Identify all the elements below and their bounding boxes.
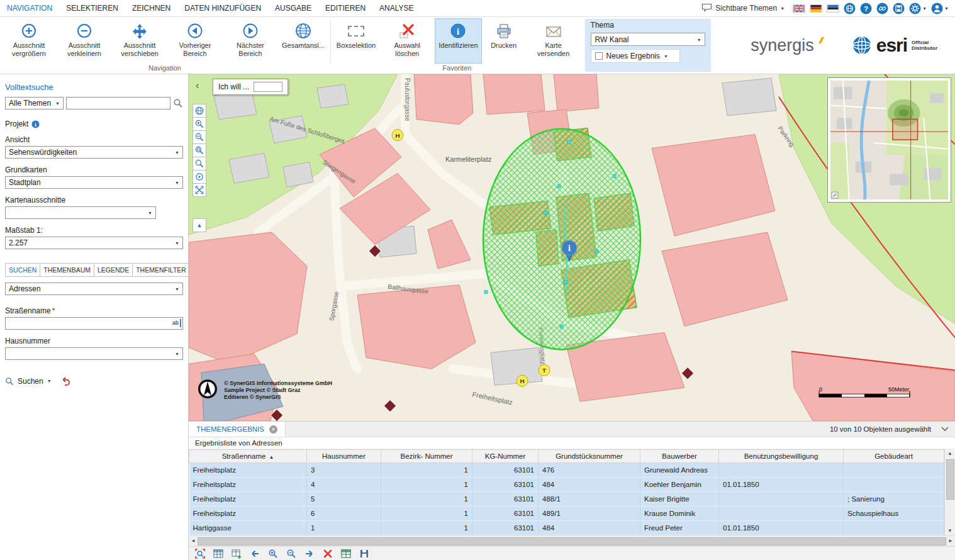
map-container[interactable]: Karmeliterplatz Paulustorgasse Am Fuße d… (189, 74, 955, 421)
info-icon[interactable]: i (31, 120, 40, 128)
table-cell[interactable]: 6 (307, 507, 381, 521)
search-layer-select[interactable]: Adressen ▼ (5, 283, 183, 295)
table-cell[interactable]: 63101 (472, 463, 539, 478)
table-cell[interactable]: 1 (381, 463, 472, 478)
ansicht-select[interactable]: Sehenswürdigkeiten ▼ (5, 146, 183, 159)
table-row[interactable]: Freiheitsplatz4163101484Koehler Benjamin… (189, 478, 944, 492)
tab-ausgabe[interactable]: AUSGABE (268, 0, 318, 16)
table-cell[interactable]: 63101 (472, 478, 539, 492)
zoom-out-small-icon[interactable] (286, 548, 297, 559)
strassenname-input[interactable] (5, 317, 183, 330)
zoom-out-button[interactable] (193, 130, 206, 144)
table-cell[interactable]: 5 (307, 492, 381, 507)
tab-editieren[interactable]: EDITIEREN (318, 0, 372, 16)
zoom-to-selection-icon[interactable] (194, 548, 206, 559)
tab-suchen[interactable]: SUCHEN (5, 263, 40, 277)
clear-selection-button[interactable]: Auswahl löschen (379, 18, 435, 64)
next-result-icon[interactable] (304, 548, 315, 559)
table-cell[interactable]: 01.01.1850 (719, 521, 844, 535)
chevron-down-icon[interactable] (941, 427, 949, 432)
zoom-in-button[interactable] (193, 117, 206, 131)
column-header[interactable]: Straßenname▲ (189, 450, 307, 463)
save-icon[interactable] (893, 3, 905, 14)
table-row[interactable]: Hartiggasse1163101484Freud Peter01.01.18… (189, 521, 944, 535)
tab-themenfilter[interactable]: THEMENFILTER (132, 263, 189, 277)
print-button[interactable]: Drucken (482, 18, 526, 64)
table-cell[interactable]: Hartiggasse (189, 521, 307, 535)
table-cell[interactable]: Freiheitsplatz (189, 492, 307, 507)
table-cell[interactable]: Schauspielhaus (844, 507, 944, 521)
previous-result-icon[interactable] (249, 548, 260, 559)
table-cell[interactable] (844, 463, 944, 478)
kartenausschnitte-select[interactable]: ▼ (5, 206, 156, 219)
table-cell[interactable]: ; Sanierung (844, 492, 944, 507)
table-cell[interactable] (719, 463, 844, 478)
tab-legende[interactable]: LEGENDE (94, 263, 133, 277)
send-map-button[interactable]: Karte versenden (526, 18, 581, 64)
table-cell[interactable]: 1 (381, 507, 472, 521)
identify-button[interactable]: i Identifizieren (435, 18, 481, 64)
previous-extent-button[interactable]: Vorheriger Bereich (167, 18, 223, 64)
zoom-out-button[interactable]: Ausschnitt verkleinern (57, 18, 112, 64)
table-cell[interactable]: 488/1 (539, 492, 640, 507)
scrollbar-thumb[interactable] (198, 537, 946, 546)
scrollbar-thumb[interactable] (946, 459, 954, 500)
table-cell[interactable]: Krause Dominik (640, 507, 719, 521)
flag-uk-icon[interactable] (793, 4, 805, 13)
thema-select[interactable]: RW Kanal ▼ (591, 33, 705, 46)
settings-dropdown[interactable]: ▼ (909, 3, 927, 14)
scroll-left-icon[interactable]: ◄ (191, 537, 196, 546)
tab-themenbaum[interactable]: THEMENBAUM (40, 263, 94, 277)
fulltext-search-input[interactable] (66, 97, 170, 109)
table-cell[interactable] (844, 478, 944, 492)
table-cell[interactable]: 01.01.1850 (719, 478, 844, 492)
flag-estonia-icon[interactable] (827, 4, 839, 13)
search-icon[interactable] (173, 98, 183, 108)
zoom-in-button[interactable]: Ausschnitt vergrößern (1, 18, 57, 64)
ich-will-box[interactable]: Ich will ... (213, 79, 288, 95)
table-add-icon[interactable] (231, 548, 242, 559)
suchen-button[interactable]: Suchen (18, 377, 43, 386)
overview-globe-button[interactable] (193, 104, 206, 118)
column-header[interactable]: KG-Nummer (472, 450, 539, 463)
table-cell[interactable]: 484 (539, 521, 640, 535)
scroll-right-icon[interactable]: ► (948, 537, 953, 546)
table-cell[interactable]: 1 (381, 478, 472, 492)
tab-selektieren[interactable]: SELEKTIEREN (59, 0, 125, 16)
table-cell[interactable]: 3 (307, 463, 381, 478)
column-header[interactable]: Bauwerber (640, 450, 719, 463)
column-header[interactable]: Grundstücksnummer (539, 450, 640, 463)
table-cell[interactable]: 63101 (472, 521, 539, 535)
ich-will-input[interactable] (254, 82, 282, 92)
zoom-last-button[interactable] (193, 157, 206, 171)
table-cell[interactable] (844, 521, 944, 535)
vertical-scrollbar[interactable]: ▲ ▼ (944, 449, 955, 535)
table-cell[interactable]: 476 (539, 463, 640, 478)
neues-ergebnis-toggle[interactable]: Neues Ergebnis ▼ (591, 49, 680, 63)
box-selection-button[interactable]: Boxselektion (333, 18, 379, 64)
table-cell[interactable]: 484 (539, 478, 640, 492)
table-cell[interactable]: 1 (307, 521, 381, 535)
next-extent-button[interactable]: Nächster Bereich (223, 18, 278, 64)
center-point-button[interactable] (193, 170, 206, 184)
table-cell[interactable]: 63101 (472, 492, 539, 507)
zoom-window-button[interactable] (193, 143, 206, 157)
column-header[interactable]: Gebäudeart (844, 450, 944, 463)
globe-icon[interactable] (844, 3, 856, 14)
table-row[interactable]: Freiheitsplatz6163101489/1Krause Dominik… (189, 507, 944, 521)
table-cell[interactable]: Grunewald Andreas (640, 463, 719, 478)
table-cell[interactable]: 489/1 (539, 507, 640, 521)
help-icon[interactable]: ? (860, 3, 872, 14)
close-icon[interactable]: × (269, 425, 277, 434)
save-result-icon[interactable] (359, 548, 370, 559)
overview-map[interactable] (827, 77, 951, 203)
table-cell[interactable]: 1 (381, 492, 472, 507)
table-cell[interactable]: Freiheitsplatz (189, 478, 307, 492)
tab-daten-hinzufuegen[interactable]: DATEN HINZUFÜGEN (177, 0, 268, 16)
table-row[interactable]: Freiheitsplatz3163101476Grunewald Andrea… (189, 463, 944, 478)
table-cell[interactable]: Koehler Benjamin (640, 478, 719, 492)
table-cell[interactable]: Freiheitsplatz (189, 463, 307, 478)
remove-result-icon[interactable] (322, 548, 333, 559)
attribute-table-icon[interactable] (213, 548, 224, 559)
hausnummer-select[interactable]: ▼ (5, 347, 183, 360)
